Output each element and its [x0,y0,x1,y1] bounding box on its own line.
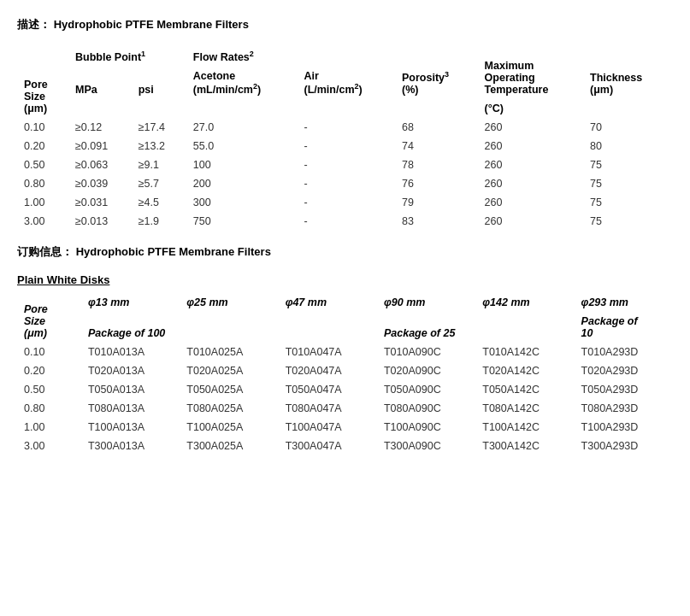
acetone-cell: 100 [186,155,298,174]
psi-header: psi [132,67,186,99]
porosity-cell: 74 [395,137,478,155]
d293-cell: T010A293D [575,343,673,361]
d47-cell: T020A047A [279,361,377,380]
pore-size-cell: 0.20 [17,137,68,155]
bubble-point-header: Bubble Point1 [68,46,186,67]
thickness-cell: 75 [583,212,673,231]
acetone-cell: 27.0 [186,118,298,137]
d293-cell: T300A293D [575,437,673,455]
thickness-cell: 75 [583,155,673,174]
d13-cell: T010A013A [81,343,180,361]
pore-size-header: PoreSize(μm) [17,46,68,118]
d25-cell: T080A025A [180,399,278,418]
d90-header: φ90 mm [377,293,475,312]
air-cell: - [297,137,395,155]
psi-cell: ≥17.4 [132,118,186,137]
d90-cell: T300A090C [377,437,475,455]
porosity-cell: 76 [395,174,478,193]
d13-cell: T020A013A [81,361,180,380]
order-pore-cell: 1.00 [17,418,81,437]
max-temp-header: MaximumOperatingTemperature [478,46,583,99]
desc-text: Hydrophobic PTFE Membrane Filters [54,18,249,31]
porosity-unit-header [395,99,478,118]
d142-cell: T080A142C [475,399,574,418]
d142-cell: T100A142C [475,418,574,437]
air-header-2 [297,99,395,118]
order-info-block: 订购信息： Hydrophobic PTFE Membrane Filters [17,244,673,260]
order-pore-header: PoreSize(μm) [17,293,81,343]
thickness-cell: 75 [583,174,673,193]
d293-cell: T050A293D [575,380,673,399]
pkg25-header: Package of 25 [377,312,575,343]
d25-header: φ25 mm [180,293,278,312]
d293-cell: T080A293D [575,399,673,418]
d25-cell: T050A025A [180,380,278,399]
d90-cell: T100A090C [377,418,475,437]
order-pore-cell: 0.80 [17,399,81,418]
d25-cell: T020A025A [180,361,278,380]
table-row: 0.50 ≥0.063 ≥9.1 100 - 78 260 75 [17,155,673,174]
air-cell: - [297,212,395,231]
thickness-cell: 75 [583,193,673,212]
maxtemp-cell: 260 [478,155,583,174]
order-pore-cell: 0.20 [17,361,81,380]
d47-cell: T050A047A [279,380,377,399]
psi-header-2 [132,99,186,118]
order-pore-cell: 3.00 [17,437,81,455]
d13-cell: T100A013A [81,418,180,437]
air-cell: - [297,155,395,174]
table-row: 3.00 T300A013A T300A025A T300A047A T300A… [17,437,673,455]
acetone-cell: 750 [186,212,298,231]
maxtemp-cell: 260 [478,137,583,155]
mpa-header: MPa [68,67,132,99]
d13-header: φ13 mm [81,293,180,312]
desc-label: 描述： [17,18,50,31]
porosity-cell: 68 [395,118,478,137]
thickness-cell: 70 [583,118,673,137]
order-pore-cell: 0.10 [17,343,81,361]
pore-size-cell: 3.00 [17,212,68,231]
properties-table: PoreSize(μm) Bubble Point1 Flow Rates2 P… [17,46,673,231]
maxtemp-cell: 260 [478,174,583,193]
d90-cell: T010A090C [377,343,475,361]
mpa-cell: ≥0.063 [68,155,132,174]
d47-header: φ47 mm [279,293,377,312]
acetone-header-2 [186,99,298,118]
pore-size-cell: 0.50 [17,155,68,174]
mpa-cell: ≥0.039 [68,174,132,193]
d47-cell: T100A047A [279,418,377,437]
thickness-cell: 80 [583,137,673,155]
porosity-header: Porosity3(%) [395,46,478,99]
porosity-cell: 78 [395,155,478,174]
table-row: 0.80 T080A013A T080A025A T080A047A T080A… [17,399,673,418]
order-table: PoreSize(μm) φ13 mm φ25 mm φ47 mm φ90 mm… [17,293,673,455]
d90-cell: T080A090C [377,399,475,418]
d142-cell: T050A142C [475,380,574,399]
air-cell: - [297,193,395,212]
d90-cell: T020A090C [377,361,475,380]
d13-cell: T300A013A [81,437,180,455]
d90-cell: T050A090C [377,380,475,399]
thickness-header: Thickness(μm) [583,46,673,99]
d47-cell: T080A047A [279,399,377,418]
pore-size-cell: 0.10 [17,118,68,137]
d142-cell: T020A142C [475,361,574,380]
acetone-cell: 300 [186,193,298,212]
d47-cell: T010A047A [279,343,377,361]
d47-cell: T300A047A [279,437,377,455]
table-row: 0.20 T020A013A T020A025A T020A047A T020A… [17,361,673,380]
d25-cell: T300A025A [180,437,278,455]
d13-cell: T080A013A [81,399,180,418]
porosity-cell: 83 [395,212,478,231]
d142-cell: T010A142C [475,343,574,361]
table-row: 1.00 ≥0.031 ≥4.5 300 - 79 260 75 [17,193,673,212]
mpa-cell: ≥0.091 [68,137,132,155]
psi-cell: ≥4.5 [132,193,186,212]
thickness-unit-header [583,99,673,118]
maxtemp-cell: 260 [478,212,583,231]
acetone-cell: 55.0 [186,137,298,155]
d142-cell: T300A142C [475,437,574,455]
air-cell: - [297,174,395,193]
d25-cell: T100A025A [180,418,278,437]
table-row: 0.10 ≥0.12 ≥17.4 27.0 - 68 260 70 [17,118,673,137]
